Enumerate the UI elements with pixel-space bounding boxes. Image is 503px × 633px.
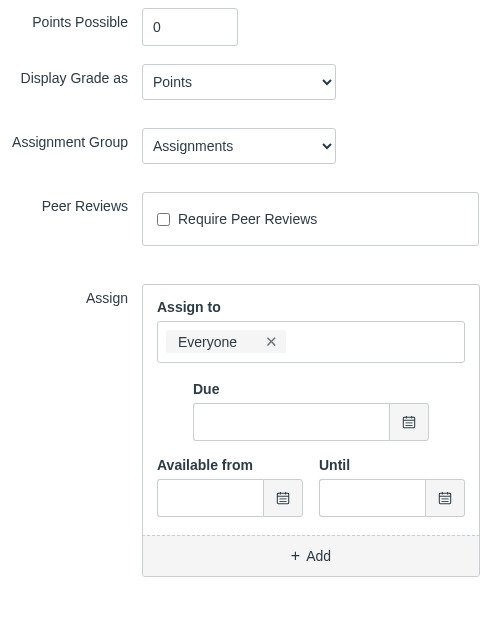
display-grade-select[interactable]: Points	[142, 64, 336, 100]
assign-to-label: Assign to	[157, 299, 465, 315]
points-possible-label: Points Possible	[0, 8, 142, 30]
assign-box: Assign to Everyone ✕ Due	[142, 284, 480, 577]
due-date-input[interactable]	[193, 403, 389, 441]
require-peer-reviews-label: Require Peer Reviews	[178, 211, 317, 227]
assign-label: Assign	[0, 284, 142, 306]
display-grade-label: Display Grade as	[0, 64, 142, 86]
require-peer-reviews-checkbox[interactable]	[157, 213, 170, 226]
available-from-label: Available from	[157, 457, 303, 473]
assignment-group-label: Assignment Group	[0, 128, 142, 150]
available-from-input[interactable]	[157, 479, 263, 517]
until-label: Until	[319, 457, 465, 473]
due-label: Due	[193, 381, 429, 397]
calendar-icon	[402, 415, 416, 429]
until-calendar-button[interactable]	[425, 479, 465, 517]
remove-assignee-icon[interactable]: ✕	[265, 334, 278, 349]
until-input[interactable]	[319, 479, 425, 517]
peer-reviews-box: Require Peer Reviews	[142, 192, 479, 246]
peer-reviews-label: Peer Reviews	[0, 192, 142, 214]
assignment-group-select[interactable]: Assignments	[142, 128, 336, 164]
plus-icon: +	[291, 548, 300, 564]
available-from-calendar-button[interactable]	[263, 479, 303, 517]
points-possible-input[interactable]	[142, 8, 238, 46]
calendar-icon	[438, 491, 452, 505]
assignee-token: Everyone ✕	[166, 330, 286, 353]
due-date-calendar-button[interactable]	[389, 403, 429, 441]
require-peer-reviews-row[interactable]: Require Peer Reviews	[157, 211, 464, 227]
add-assign-button[interactable]: + Add	[142, 535, 480, 577]
assign-to-field[interactable]: Everyone ✕	[157, 321, 465, 363]
calendar-icon	[276, 491, 290, 505]
add-label: Add	[306, 548, 331, 564]
assignee-token-label: Everyone	[178, 335, 237, 349]
